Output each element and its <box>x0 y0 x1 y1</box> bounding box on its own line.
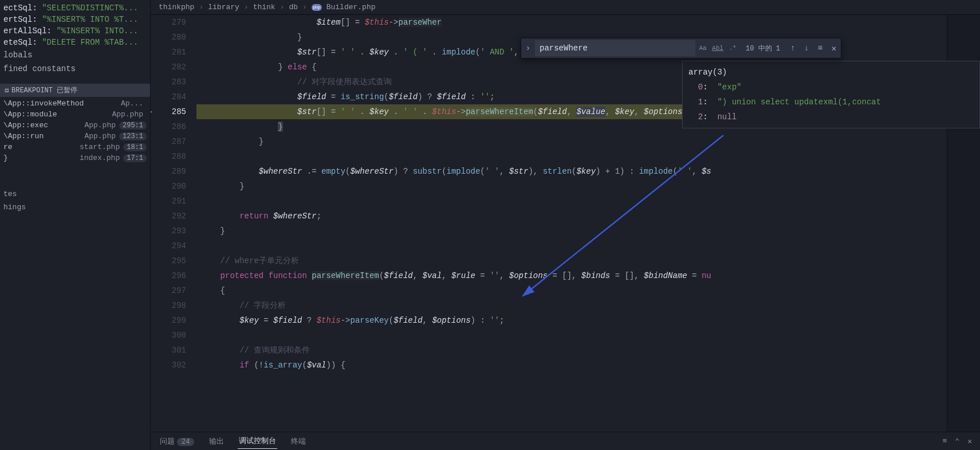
stack-frame[interactable]: }index.php17:1 <box>0 152 150 163</box>
call-stack[interactable]: \App::invokeMethodAp...\App::moduleApp.p… <box>0 97 150 165</box>
breadcrumb-item[interactable]: think <box>253 3 275 11</box>
breadcrumb-item[interactable]: thinkphp <box>159 3 194 11</box>
breakpoint-icon: ⧈ <box>5 87 9 95</box>
code-line[interactable]: } <box>196 179 947 194</box>
code-line[interactable] <box>196 238 947 253</box>
variables-section: ectSql: "SELECT%DISTINCT%...ertSql: "%IN… <box>0 0 150 78</box>
sidebar-footer-item[interactable]: hings <box>0 201 150 214</box>
code-line[interactable] <box>196 194 947 209</box>
panel-tab[interactable]: 终端 <box>290 434 307 449</box>
variable-row[interactable]: ertAllSql: "%INSERT% INTO... <box>0 25 150 37</box>
php-icon: php <box>312 4 322 11</box>
close-icon[interactable]: ✕ <box>827 44 841 53</box>
stack-frame[interactable]: \App::moduleApp.php <box>0 109 150 120</box>
code-line[interactable]: if (!is_array($val)) { <box>196 358 947 373</box>
code-line[interactable]: $whereStr .= empty($whereStr) ? substr(i… <box>196 164 947 179</box>
next-match-icon[interactable]: ↓ <box>800 44 813 53</box>
prev-match-icon[interactable]: ↑ <box>786 44 800 53</box>
panel-tab[interactable]: 问题24 <box>159 434 195 449</box>
stack-frame[interactable]: \App::execApp.php295:1 <box>0 120 150 131</box>
code-line[interactable]: { <box>196 283 947 298</box>
toggle-replace-icon[interactable]: › <box>521 44 535 53</box>
find-in-selection-icon[interactable]: ≡ <box>813 44 827 53</box>
sidebar: ectSql: "SELECT%DISTINCT%...ertSql: "%IN… <box>0 0 151 450</box>
code-line[interactable]: return $whereStr; <box>196 209 947 224</box>
variable-row[interactable]: eteSql: "DELETE FROM %TAB... <box>0 37 150 48</box>
code-line[interactable] <box>196 328 947 343</box>
panel-collapse-icon[interactable]: ⌃ <box>955 437 959 446</box>
code-line[interactable]: } <box>196 224 947 238</box>
editor[interactable]: 279280281282283284▷285286287288289290291… <box>151 15 980 432</box>
stack-frame[interactable]: \App::runApp.php123:1 <box>0 131 150 142</box>
code-line[interactable]: $item[] = $this->parseWher <box>196 15 947 30</box>
debug-hover: array(3) 0: "exp" 1: ") union select upd… <box>682 61 980 128</box>
bottom-panel: 问题24输出调试控制台终端 ≡ ⌃ ✕ <box>151 432 980 450</box>
panel-tab[interactable]: 调试控制台 <box>238 433 277 449</box>
match-word-button[interactable]: Abl <box>710 41 725 56</box>
code-line[interactable]: // 查询规则和条件 <box>196 343 947 358</box>
stack-frame[interactable]: \App::invokeMethodAp... <box>0 98 150 109</box>
panel-close-icon[interactable]: ✕ <box>967 437 972 446</box>
sidebar-footer-item[interactable]: tes <box>0 187 150 201</box>
variable-row[interactable]: lobals <box>0 48 150 62</box>
code-line[interactable]: } <box>196 134 947 149</box>
match-case-button[interactable]: Aa <box>695 41 710 56</box>
breadcrumb-item[interactable]: db <box>289 3 298 11</box>
variable-row[interactable]: ectSql: "SELECT%DISTINCT%... <box>0 2 150 14</box>
variable-row[interactable]: fined constants <box>0 62 150 76</box>
breadcrumb-item[interactable]: php Builder.php <box>312 3 376 11</box>
code-line[interactable]: // where子单元分析 <box>196 253 947 268</box>
code-line[interactable]: protected function parseWhereItem($field… <box>196 268 947 283</box>
gutter: 279280281282283284▷285286287288289290291… <box>151 15 196 432</box>
find-widget[interactable]: › Aa Abl .* 10 中的 1 ↑ ↓ ≡ ✕ <box>521 38 841 58</box>
regex-button[interactable]: .* <box>725 41 740 56</box>
stack-frame[interactable]: restart.php18:1 <box>0 142 150 152</box>
search-input[interactable] <box>535 40 695 56</box>
code-line[interactable]: // 字段分析 <box>196 298 947 313</box>
variable-row[interactable]: ertSql: "%INSERT% INTO %T... <box>0 14 150 25</box>
match-count: 10 中的 1 <box>740 44 786 53</box>
breadcrumb[interactable]: thinkphp›library›think›db›php Builder.ph… <box>151 0 980 15</box>
code-line[interactable] <box>196 149 947 164</box>
panel-tab[interactable]: 输出 <box>208 434 225 449</box>
breakpoint-text: BREAKPOINT 已暂停 <box>11 85 77 95</box>
panel-menu-icon[interactable]: ≡ <box>943 437 947 446</box>
code-line[interactable]: $key = $field ? $this->parseKey($field, … <box>196 313 947 328</box>
breakpoint-banner: ⧈ BREAKPOINT 已暂停 <box>0 84 150 97</box>
breadcrumb-item[interactable]: library <box>208 3 239 11</box>
